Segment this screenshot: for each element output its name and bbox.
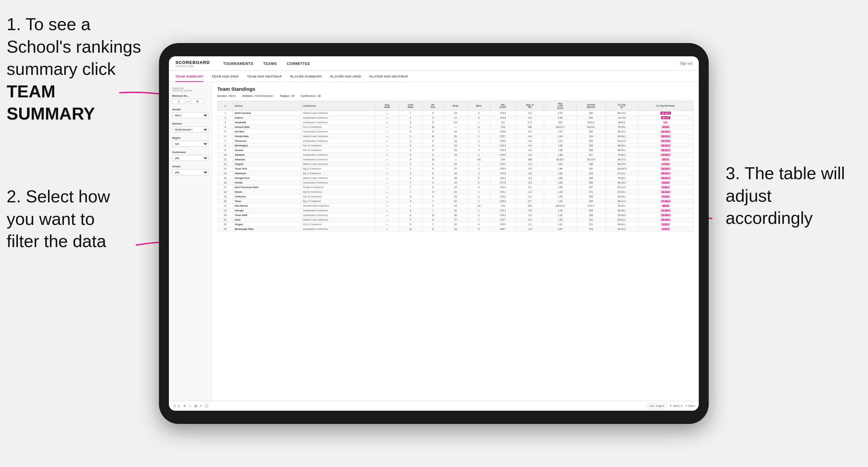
table-row[interactable]: 21New MexicoMountain West Conference—192… — [218, 204, 693, 208]
subnav-team-h2h-grid[interactable]: TEAM H2H GRID — [212, 71, 239, 82]
cell-data: 1.98 — [544, 148, 577, 153]
table-row[interactable]: 18IllinoisBig Ten Conference—18231279.1-… — [218, 190, 693, 194]
table-row[interactable]: 20TexasBig 12 Conference—37222278.60.71.… — [218, 199, 693, 204]
cell-data: 5 — [422, 120, 444, 125]
nav-teams[interactable]: TEAMS — [263, 62, 277, 66]
cell-data: 69-6-0 — [606, 120, 638, 125]
table-row[interactable]: 9ArizonaPac-12 Conference—28223276.3-4.6… — [218, 148, 693, 153]
cell-data: 279.2 — [490, 208, 515, 213]
table-row[interactable]: 16FloridaSoutheastern Conference—7924427… — [218, 181, 693, 185]
conference-select[interactable]: (All) — [172, 155, 208, 161]
cell-data: 271 — [577, 190, 606, 194]
cell-data: — — [376, 153, 399, 157]
toolbar-forward[interactable]: ▷ — [178, 404, 181, 408]
cell-data: 4 — [467, 125, 490, 129]
cell-data: 1.44 — [544, 199, 577, 204]
table-filter-display: Gender: Men's Division: NCAA Division I … — [217, 94, 693, 97]
toolbar-refresh[interactable]: ↻ — [183, 404, 186, 408]
cell-data: 79-25-1 — [606, 125, 638, 129]
cell-data: 23 — [422, 157, 444, 162]
subnav-player-summary[interactable]: PLAYER SUMMARY — [290, 71, 322, 82]
cell-data: — — [376, 204, 399, 208]
table-row[interactable]: 5Ole MissSoutheastern Conference—3618127… — [218, 129, 693, 134]
cell-score: 18-12-1 — [638, 144, 693, 148]
table-row[interactable]: 19CaliforniaPac-12 Conference—48242278.2… — [218, 194, 693, 199]
content: Update time:27/03/2024 16:56:26 Minimum … — [169, 82, 699, 401]
cell-rank: 18 — [218, 190, 233, 194]
table-row[interactable]: 25OregonPac-12 Conference—97210279.5-1.1… — [218, 222, 693, 227]
cell-score: 16-21-0 — [638, 148, 693, 153]
table-row[interactable]: 8WashingtonPac-12 Conference—28231276.3-… — [218, 144, 693, 148]
cell-school: Duke — [233, 218, 301, 222]
school-select[interactable]: (All) — [172, 169, 208, 175]
table-row[interactable]: 17East Tennessee StateSouthern Conferenc… — [218, 185, 693, 190]
table-row[interactable]: 13Texas TechBig 12 Conference—19272276.0… — [218, 166, 693, 171]
cell-data: — — [376, 120, 399, 125]
table-row[interactable]: 15Georgia TechAtlantic Coast Conference—… — [218, 176, 693, 181]
watch-btn[interactable]: 👁 Watch ▾ — [669, 404, 682, 407]
region-select[interactable]: N/A — [172, 141, 208, 147]
cell-data: 2 — [467, 199, 490, 204]
cell-data: 100-27-1 — [544, 125, 577, 129]
toolbar-add[interactable]: + — [200, 404, 202, 408]
min-rounds-min-input[interactable] — [172, 99, 185, 104]
cell-data: 221 — [577, 218, 606, 222]
cell-data: — — [376, 116, 399, 120]
toolbar-bookmark[interactable]: ☆ — [189, 404, 192, 408]
view-original-btn[interactable]: View: Original — [647, 403, 666, 408]
toolbar-copy[interactable]: ⊞ — [194, 404, 197, 408]
table-row[interactable]: 1North CarolinaAtlantic Coast Conference… — [218, 111, 693, 116]
cell-data: 1.53 — [544, 194, 577, 199]
cell-data: 278.2 — [490, 194, 515, 199]
cell-data: 276.3 — [490, 162, 515, 166]
subnav: TEAM SUMMARY TEAM H2H GRID TEAM H2H HEAT… — [169, 71, 699, 82]
cell-data: 23 — [444, 190, 467, 194]
table-row[interactable]: 14OklahomaBig 12 Conference—38242276.9-3… — [218, 171, 693, 176]
table-row[interactable]: 22GeorgiaSoutheastern Conference—8721127… — [218, 208, 693, 213]
table-row[interactable]: 24DukeAtlantic Coast Conference—59271279… — [218, 218, 693, 222]
cell-data: 26 — [422, 125, 444, 129]
table-row[interactable]: 23Texas A&MSoutheastern Conference—91030… — [218, 213, 693, 218]
table-row[interactable]: 4Arizona StatePac-12 Conference—226—42.5… — [218, 125, 693, 129]
toolbar-back[interactable]: ◁ — [173, 404, 176, 408]
cell-data: 7 — [422, 199, 444, 204]
cell-data: 8 — [422, 194, 444, 199]
cell-data: 0 — [467, 222, 490, 227]
cell-data: 8 — [422, 153, 444, 157]
table-row[interactable]: 7TennesseeSoutheastern Conference—481822… — [218, 139, 693, 144]
cell-data: 8 — [422, 144, 444, 148]
cell-data: 8 — [422, 162, 444, 166]
table-row[interactable]: 12VirginiaAtlantic Coast Conference—3824… — [218, 162, 693, 166]
cell-data: 95-6-0 — [577, 120, 606, 125]
cell-data: 280.7 — [490, 227, 515, 231]
subnav-team-h2h-heatmap[interactable]: TEAM H2H HEATMAP — [247, 71, 282, 82]
cell-data: 3.8 — [467, 157, 490, 162]
table-row[interactable]: 11ArkansasSoutheastern Conference—823—3.… — [218, 157, 693, 162]
cell-data: 288 — [577, 162, 606, 166]
cell-conference: Southeastern Conference — [301, 120, 376, 125]
logo-sub: Powered by clippi — [176, 65, 210, 67]
table-row[interactable]: 6Florida StateAtlantic Coast Conference—… — [218, 134, 693, 139]
gender-select[interactable]: Men's — [172, 112, 208, 118]
subnav-player-h2h-heatmap[interactable]: PLAYER H2H HEATMAP — [369, 71, 408, 82]
cell-data: 2.11 — [544, 139, 577, 144]
subnav-player-h2h-grid[interactable]: PLAYER H2H GRID — [330, 71, 361, 82]
cell-data: — — [467, 120, 490, 125]
cell-data: 265 — [516, 125, 544, 129]
cell-data: 277.5 — [490, 181, 515, 185]
cell-data: 2.77 — [516, 120, 544, 125]
toolbar-clock[interactable]: 🕐 — [204, 404, 208, 408]
nav-tournaments[interactable]: TOURNAMENTS — [223, 62, 253, 66]
division-select[interactable]: NCAA Division I — [172, 126, 208, 132]
table-row[interactable]: 26Mississippi StateSoutheastern Conferen… — [218, 227, 693, 231]
view-original-label: View: Original — [649, 404, 664, 407]
sign-out[interactable]: Sign out — [680, 62, 692, 65]
watch-label: Watch — [673, 404, 680, 407]
subnav-team-summary[interactable]: TEAM SUMMARY — [176, 71, 203, 82]
table-row[interactable]: 2AuburnSoutheastern Conference—19276273.… — [218, 116, 693, 120]
nav-committee[interactable]: COMMITTEE — [287, 62, 310, 66]
table-row[interactable]: 10AlabamaSoutheastern Conference—5823327… — [218, 153, 693, 157]
min-rounds-max-input[interactable] — [191, 99, 204, 104]
share-btn[interactable]: ↗ Share — [685, 404, 695, 407]
table-row[interactable]: 3VanderbiltSoutheastern Conference—25271… — [218, 120, 693, 125]
